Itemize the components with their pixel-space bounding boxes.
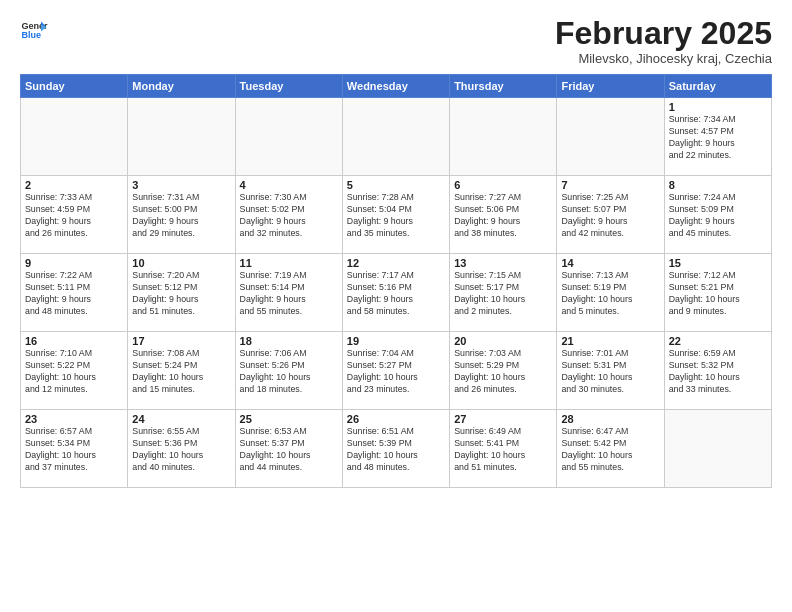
day-info: Sunrise: 7:33 AM Sunset: 4:59 PM Dayligh… <box>25 192 123 240</box>
day-cell: 15Sunrise: 7:12 AM Sunset: 5:21 PM Dayli… <box>664 254 771 332</box>
calendar-subtitle: Milevsko, Jihocesky kraj, Czechia <box>555 51 772 66</box>
weekday-header: Monday <box>128 75 235 98</box>
day-number: 23 <box>25 413 123 425</box>
week-row: 9Sunrise: 7:22 AM Sunset: 5:11 PM Daylig… <box>21 254 772 332</box>
day-cell: 23Sunrise: 6:57 AM Sunset: 5:34 PM Dayli… <box>21 410 128 488</box>
day-cell <box>664 410 771 488</box>
day-info: Sunrise: 7:30 AM Sunset: 5:02 PM Dayligh… <box>240 192 338 240</box>
day-info: Sunrise: 7:22 AM Sunset: 5:11 PM Dayligh… <box>25 270 123 318</box>
header: General Blue February 2025 Milevsko, Jih… <box>20 16 772 66</box>
day-cell: 4Sunrise: 7:30 AM Sunset: 5:02 PM Daylig… <box>235 176 342 254</box>
day-number: 9 <box>25 257 123 269</box>
day-info: Sunrise: 7:24 AM Sunset: 5:09 PM Dayligh… <box>669 192 767 240</box>
day-info: Sunrise: 7:25 AM Sunset: 5:07 PM Dayligh… <box>561 192 659 240</box>
day-number: 10 <box>132 257 230 269</box>
week-row: 2Sunrise: 7:33 AM Sunset: 4:59 PM Daylig… <box>21 176 772 254</box>
day-cell: 22Sunrise: 6:59 AM Sunset: 5:32 PM Dayli… <box>664 332 771 410</box>
weekday-header: Thursday <box>450 75 557 98</box>
day-number: 4 <box>240 179 338 191</box>
day-number: 14 <box>561 257 659 269</box>
day-number: 17 <box>132 335 230 347</box>
day-number: 2 <box>25 179 123 191</box>
day-cell: 14Sunrise: 7:13 AM Sunset: 5:19 PM Dayli… <box>557 254 664 332</box>
day-info: Sunrise: 7:10 AM Sunset: 5:22 PM Dayligh… <box>25 348 123 396</box>
day-info: Sunrise: 6:59 AM Sunset: 5:32 PM Dayligh… <box>669 348 767 396</box>
week-row: 16Sunrise: 7:10 AM Sunset: 5:22 PM Dayli… <box>21 332 772 410</box>
day-info: Sunrise: 6:49 AM Sunset: 5:41 PM Dayligh… <box>454 426 552 474</box>
day-info: Sunrise: 6:53 AM Sunset: 5:37 PM Dayligh… <box>240 426 338 474</box>
day-number: 8 <box>669 179 767 191</box>
day-number: 18 <box>240 335 338 347</box>
day-cell: 5Sunrise: 7:28 AM Sunset: 5:04 PM Daylig… <box>342 176 449 254</box>
day-cell <box>557 98 664 176</box>
day-number: 27 <box>454 413 552 425</box>
logo: General Blue <box>20 16 48 44</box>
day-info: Sunrise: 7:19 AM Sunset: 5:14 PM Dayligh… <box>240 270 338 318</box>
day-cell: 26Sunrise: 6:51 AM Sunset: 5:39 PM Dayli… <box>342 410 449 488</box>
weekday-header: Friday <box>557 75 664 98</box>
day-cell: 2Sunrise: 7:33 AM Sunset: 4:59 PM Daylig… <box>21 176 128 254</box>
day-number: 24 <box>132 413 230 425</box>
day-cell: 27Sunrise: 6:49 AM Sunset: 5:41 PM Dayli… <box>450 410 557 488</box>
day-cell <box>128 98 235 176</box>
weekday-header-row: SundayMondayTuesdayWednesdayThursdayFrid… <box>21 75 772 98</box>
day-info: Sunrise: 7:31 AM Sunset: 5:00 PM Dayligh… <box>132 192 230 240</box>
day-info: Sunrise: 7:08 AM Sunset: 5:24 PM Dayligh… <box>132 348 230 396</box>
day-info: Sunrise: 7:06 AM Sunset: 5:26 PM Dayligh… <box>240 348 338 396</box>
day-cell: 21Sunrise: 7:01 AM Sunset: 5:31 PM Dayli… <box>557 332 664 410</box>
calendar-table: SundayMondayTuesdayWednesdayThursdayFrid… <box>20 74 772 488</box>
day-info: Sunrise: 7:04 AM Sunset: 5:27 PM Dayligh… <box>347 348 445 396</box>
day-number: 12 <box>347 257 445 269</box>
day-cell: 6Sunrise: 7:27 AM Sunset: 5:06 PM Daylig… <box>450 176 557 254</box>
day-info: Sunrise: 6:47 AM Sunset: 5:42 PM Dayligh… <box>561 426 659 474</box>
week-row: 23Sunrise: 6:57 AM Sunset: 5:34 PM Dayli… <box>21 410 772 488</box>
calendar-title: February 2025 <box>555 16 772 51</box>
day-cell <box>450 98 557 176</box>
day-number: 21 <box>561 335 659 347</box>
day-number: 13 <box>454 257 552 269</box>
day-number: 15 <box>669 257 767 269</box>
day-cell: 12Sunrise: 7:17 AM Sunset: 5:16 PM Dayli… <box>342 254 449 332</box>
day-number: 26 <box>347 413 445 425</box>
svg-text:Blue: Blue <box>21 30 41 40</box>
day-cell: 1Sunrise: 7:34 AM Sunset: 4:57 PM Daylig… <box>664 98 771 176</box>
day-info: Sunrise: 7:01 AM Sunset: 5:31 PM Dayligh… <box>561 348 659 396</box>
day-cell: 7Sunrise: 7:25 AM Sunset: 5:07 PM Daylig… <box>557 176 664 254</box>
day-cell <box>21 98 128 176</box>
day-cell: 13Sunrise: 7:15 AM Sunset: 5:17 PM Dayli… <box>450 254 557 332</box>
day-cell: 16Sunrise: 7:10 AM Sunset: 5:22 PM Dayli… <box>21 332 128 410</box>
day-info: Sunrise: 6:57 AM Sunset: 5:34 PM Dayligh… <box>25 426 123 474</box>
day-cell: 19Sunrise: 7:04 AM Sunset: 5:27 PM Dayli… <box>342 332 449 410</box>
week-row: 1Sunrise: 7:34 AM Sunset: 4:57 PM Daylig… <box>21 98 772 176</box>
day-number: 20 <box>454 335 552 347</box>
day-cell <box>235 98 342 176</box>
weekday-header: Tuesday <box>235 75 342 98</box>
day-info: Sunrise: 7:15 AM Sunset: 5:17 PM Dayligh… <box>454 270 552 318</box>
day-info: Sunrise: 7:13 AM Sunset: 5:19 PM Dayligh… <box>561 270 659 318</box>
calendar-page: General Blue February 2025 Milevsko, Jih… <box>0 0 792 612</box>
day-cell: 28Sunrise: 6:47 AM Sunset: 5:42 PM Dayli… <box>557 410 664 488</box>
day-cell: 8Sunrise: 7:24 AM Sunset: 5:09 PM Daylig… <box>664 176 771 254</box>
weekday-header: Wednesday <box>342 75 449 98</box>
day-number: 22 <box>669 335 767 347</box>
day-cell: 10Sunrise: 7:20 AM Sunset: 5:12 PM Dayli… <box>128 254 235 332</box>
day-info: Sunrise: 7:27 AM Sunset: 5:06 PM Dayligh… <box>454 192 552 240</box>
day-cell: 20Sunrise: 7:03 AM Sunset: 5:29 PM Dayli… <box>450 332 557 410</box>
day-info: Sunrise: 7:12 AM Sunset: 5:21 PM Dayligh… <box>669 270 767 318</box>
title-section: February 2025 Milevsko, Jihocesky kraj, … <box>555 16 772 66</box>
day-number: 11 <box>240 257 338 269</box>
day-number: 7 <box>561 179 659 191</box>
day-number: 25 <box>240 413 338 425</box>
day-cell: 11Sunrise: 7:19 AM Sunset: 5:14 PM Dayli… <box>235 254 342 332</box>
day-number: 16 <box>25 335 123 347</box>
day-cell: 18Sunrise: 7:06 AM Sunset: 5:26 PM Dayli… <box>235 332 342 410</box>
day-cell: 9Sunrise: 7:22 AM Sunset: 5:11 PM Daylig… <box>21 254 128 332</box>
day-number: 1 <box>669 101 767 113</box>
weekday-header: Saturday <box>664 75 771 98</box>
day-cell: 17Sunrise: 7:08 AM Sunset: 5:24 PM Dayli… <box>128 332 235 410</box>
day-info: Sunrise: 7:34 AM Sunset: 4:57 PM Dayligh… <box>669 114 767 162</box>
day-cell: 3Sunrise: 7:31 AM Sunset: 5:00 PM Daylig… <box>128 176 235 254</box>
day-cell <box>342 98 449 176</box>
day-info: Sunrise: 7:28 AM Sunset: 5:04 PM Dayligh… <box>347 192 445 240</box>
weekday-header: Sunday <box>21 75 128 98</box>
